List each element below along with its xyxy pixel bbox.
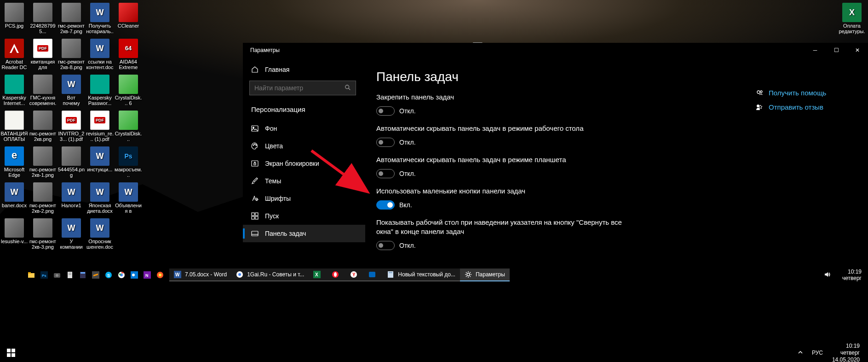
start-button[interactable] [0,344,22,362]
desktop-icon[interactable]: инстукци... [86,146,114,181]
desktop-icon[interactable]: гмс-ремонт 2кв-1.png [29,146,57,181]
desktop-icon[interactable]: гмс-ремонт 2кв.png [29,110,57,146]
svg-point-0 [345,85,349,88]
movavi-icon[interactable] [155,269,166,280]
svg-text:Y: Y [352,272,356,277]
svg-point-40 [159,274,161,276]
search-input-wrap[interactable] [249,81,356,95]
taskbar-app[interactable]: 1Gai.Ru - Советы и т... [231,269,309,281]
desktop-icon[interactable]: Kaspersky Internet... [0,74,29,110]
skype-icon[interactable]: S [103,269,114,280]
desktop-icon[interactable]: Оплата редактуры... [838,2,866,38]
help-link[interactable]: Отправить отзыв [756,103,857,111]
desktop-icon[interactable]: гмс-ремонт 2кв-2.png [29,181,57,217]
toggle-switch[interactable] [376,169,395,178]
desktop-icon[interactable]: 2248287995... [29,2,57,38]
desktop-icon[interactable]: квитанция для оплаты пат... [29,38,57,74]
window-close-button[interactable]: ✕ [847,43,868,58]
sound-icon[interactable] [824,271,831,280]
calculator-icon[interactable] [77,269,88,280]
sidebar-item-taskbar[interactable]: Панель задач [243,225,365,242]
desktop-icon[interactable]: CrystalDisk... [114,110,143,146]
sidebar-item-start[interactable]: Пуск [243,207,365,225]
taskbar-app[interactable]: Параметры [460,269,510,281]
desktop-icon[interactable]: макросъем... [114,146,143,181]
desktop-icon[interactable]: Опросник шенген.doc [86,217,114,253]
setting-label: Автоматически скрывать панель задач в ре… [376,155,634,164]
taskbar-clock-bottom[interactable]: 10:19 четверг 14.05.2020 [832,343,860,362]
setting-label: Закрепить панель задач [376,93,634,102]
toggle-switch[interactable] [376,138,395,147]
toggle-switch[interactable] [376,106,395,116]
desktop-icon[interactable]: Получить нотариаль... [86,2,114,38]
sidebar-item-background[interactable]: Фон [243,120,365,137]
photoshop-icon[interactable]: Ps [39,269,50,280]
desktop-icon[interactable]: baner.docx [0,181,29,217]
taskbar-app[interactable]: X [309,269,327,281]
file-label: ГМС-кухня современн... [29,95,57,106]
setting-label: Показывать рабочий стол при наведении ук… [376,218,634,236]
desktop-icon[interactable]: ВАТАНЦИЯ ОПЛАТЫ П... [0,110,29,146]
taskbar-row-top: PsSN W7.05.docx - Word1Gai.Ru - Советы и… [0,269,868,281]
desktop-icon[interactable]: 5444554.png [57,146,86,181]
file-label: CrystalDisk... [115,131,142,142]
file-thumb [33,111,52,130]
search-input[interactable] [254,84,345,92]
sidebar-item-themes[interactable]: Темы [243,172,365,190]
file-label: гмс-ремонт 2кв-7.png [58,23,85,34]
window-minimize-button[interactable]: ─ [805,43,826,58]
desktop-icon[interactable]: Acrobat Reader DC [0,38,29,74]
sidebar-item-colors[interactable]: Цвета [243,137,365,155]
desktop-icon[interactable]: ГМС-кухня современн... [29,74,57,110]
file-thumb [5,39,24,58]
file-label: гмс-ремонт 2кв-8.png [58,59,85,70]
sidebar-item-lockscreen[interactable]: Экран блокировки [243,155,365,172]
desktop-icon[interactable]: У компании есть неско... [57,217,86,253]
taskbar-clock-top[interactable]: 10:19 четверг [838,269,862,281]
taskbar-app[interactable] [364,269,382,281]
desktop-icon[interactable]: CrystalDisk... 6 [114,74,143,110]
taskbar-app[interactable]: W7.05.docx - Word [169,269,231,281]
file-label: ВАТАНЦИЯ ОПЛАТЫ П... [0,131,28,142]
toggle-switch[interactable] [376,200,395,210]
desktop-icon[interactable]: CCleaner [114,2,143,38]
taskbar-app[interactable]: Новый текстовый до... [382,269,460,281]
desktop-icon[interactable]: PCS.jpg [0,2,29,38]
sidebar-item-label: Панель задач [265,230,306,237]
desktop-icon[interactable]: lesushie-v... [0,217,29,253]
file-explorer-icon[interactable] [26,269,37,280]
sidebar-item-fonts[interactable]: Шрифты [243,190,365,207]
desktop-icon[interactable]: Kaspersky Passwor... [86,74,114,110]
toggle-switch[interactable] [376,241,395,250]
tray-overflow-icon[interactable] [798,350,803,356]
file-label: Вот почему ремонт... [58,95,85,106]
window-maximize-button[interactable]: ☐ [826,43,847,58]
desktop-icon[interactable]: revisium_re... (1).pdf [86,110,114,146]
desktop-icon[interactable]: Microsoft Edge [0,146,29,181]
desktop-icon[interactable]: INVITRO_23... (1).pdf [57,110,86,146]
onenote-icon[interactable]: N [142,269,153,280]
file-thumb [62,111,81,130]
chrome-icon[interactable] [116,269,127,280]
desktop-icon[interactable]: ссылки на контент.docx [86,38,114,74]
desktop-icon[interactable]: Объявления в подъезд... [114,181,143,217]
taskbar-app[interactable] [327,269,345,281]
notes-icon[interactable] [64,269,75,280]
svg-rect-19 [28,273,34,278]
outlook-icon[interactable] [129,269,140,280]
sidebar-item-label: Пуск [265,212,279,220]
taskbar-app[interactable]: Y [345,269,364,281]
desktop-icon[interactable]: Японская диета.docx [86,181,114,217]
desktop-icon[interactable]: гмс-ремонт 2кв-3.png [29,217,57,253]
desktop-icon[interactable]: гмс-ремонт 2кв-8.png [57,38,86,74]
sublime-icon[interactable] [90,269,101,280]
notepad-icon [387,271,394,278]
help-link[interactable]: Получить помощь [756,89,857,97]
sidebar-home[interactable]: Главная [243,61,365,78]
camera-icon[interactable] [52,269,63,280]
language-indicator[interactable]: РУС [812,350,823,356]
desktop-icon[interactable]: Вот почему ремонт... [57,74,86,110]
desktop-icon[interactable]: Налоги1 [57,181,86,217]
desktop-icon[interactable]: гмс-ремонт 2кв-7.png [57,2,86,38]
desktop-icon[interactable]: AIDA64 Extreme [114,38,143,74]
